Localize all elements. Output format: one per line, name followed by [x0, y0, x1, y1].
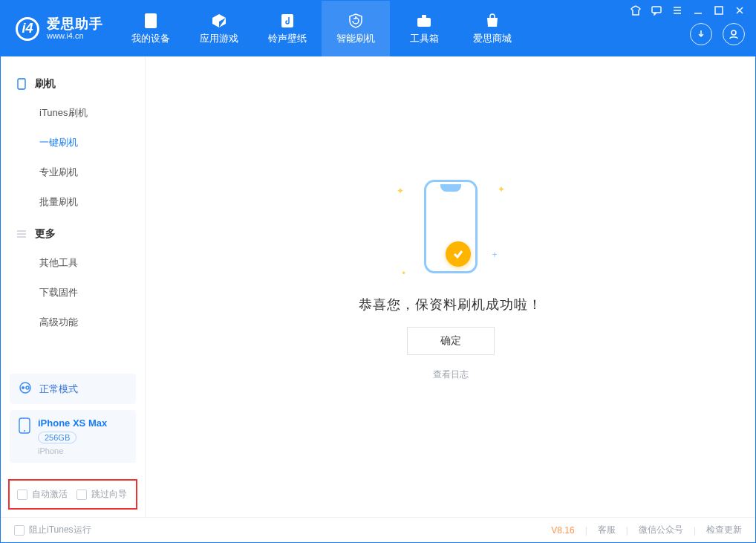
- toolbox-icon: [416, 13, 432, 29]
- view-log-link[interactable]: 查看日志: [433, 368, 469, 381]
- content-pane: ✦✦•+ 恭喜您，保资料刷机成功啦！ 确定 查看日志: [146, 56, 755, 517]
- user-icon[interactable]: [723, 23, 745, 45]
- maximize-icon[interactable]: [714, 5, 724, 16]
- tab-label: 应用游戏: [200, 33, 238, 45]
- tab-label: 爱思商城: [473, 33, 512, 45]
- tab-apps[interactable]: 应用游戏: [185, 1, 253, 56]
- window-controls: [620, 1, 755, 56]
- sidebar-item-firmware[interactable]: 下载固件: [1, 278, 145, 308]
- phone-outline-icon: [16, 78, 27, 90]
- main-area: 刷机 iTunes刷机 一键刷机 专业刷机 批量刷机 更多 其他工具 下载固件 …: [1, 56, 755, 517]
- shirt-icon[interactable]: [630, 5, 641, 16]
- svg-point-9: [22, 386, 25, 389]
- checkbox-skip-guide[interactable]: 跳过向导: [76, 488, 127, 501]
- sidebar-foot-options: 自动激活 跳过向导: [8, 479, 137, 510]
- menu-icon[interactable]: [672, 5, 682, 16]
- sidebar: 刷机 iTunes刷机 一键刷机 专业刷机 批量刷机 更多 其他工具 下载固件 …: [1, 56, 146, 517]
- support-link[interactable]: 客服: [598, 524, 616, 536]
- phone-icon: [143, 13, 159, 29]
- svg-rect-7: [18, 79, 25, 89]
- mode-card[interactable]: 正常模式: [10, 374, 136, 404]
- tab-flash[interactable]: 智能刷机: [322, 1, 390, 56]
- checkbox-label: 自动激活: [32, 488, 68, 501]
- download-icon[interactable]: [690, 23, 712, 45]
- titlebar: i4 爱思助手 www.i4.cn 我的设备 应用游戏 铃声壁纸 智能刷机 工具…: [1, 1, 755, 56]
- wechat-link[interactable]: 微信公众号: [639, 524, 683, 536]
- svg-rect-4: [652, 7, 661, 13]
- mode-label: 正常模式: [39, 383, 78, 396]
- mode-icon: [19, 381, 32, 397]
- tab-label: 我的设备: [131, 33, 170, 45]
- sidebar-group-more: 更多 其他工具 下载固件 高级功能: [1, 217, 145, 337]
- group-head-flash[interactable]: 刷机: [1, 70, 145, 98]
- check-update-link[interactable]: 检查更新: [706, 524, 742, 536]
- sidebar-item-oneclick[interactable]: 一键刷机: [1, 128, 145, 157]
- top-tabs: 我的设备 应用游戏 铃声壁纸 智能刷机 工具箱 爱思商城: [117, 1, 527, 56]
- refresh-shield-icon: [348, 13, 364, 29]
- device-capacity: 256GB: [38, 432, 76, 443]
- list-icon: [16, 228, 27, 240]
- checkbox-block-itunes[interactable]: 阻止iTunes运行: [14, 524, 91, 536]
- tab-toolbox[interactable]: 工具箱: [390, 1, 458, 56]
- svg-rect-3: [422, 15, 426, 18]
- logo-icon: i4: [16, 17, 39, 41]
- status-bar: 阻止iTunes运行 V8.16 | 客服 | 微信公众号 | 检查更新: [1, 517, 755, 542]
- brand-name: 爱思助手: [47, 17, 103, 32]
- device-name: iPhone XS Max: [38, 417, 107, 429]
- svg-rect-0: [145, 13, 157, 28]
- sidebar-item-other[interactable]: 其他工具: [1, 248, 145, 278]
- sidebar-item-pro[interactable]: 专业刷机: [1, 157, 145, 187]
- device-type: iPhone: [38, 446, 107, 455]
- checkbox-label: 跳过向导: [91, 488, 127, 501]
- success-message: 恭喜您，保资料刷机成功啦！: [359, 296, 542, 313]
- sidebar-item-itunes[interactable]: iTunes刷机: [1, 98, 145, 128]
- success-panel: ✦✦•+ 恭喜您，保资料刷机成功啦！ 确定 查看日志: [359, 171, 542, 381]
- message-icon[interactable]: [651, 5, 662, 16]
- minimize-icon[interactable]: [693, 5, 703, 16]
- device-card[interactable]: iPhone XS Max 256GB iPhone: [10, 410, 136, 463]
- svg-point-12: [24, 430, 25, 432]
- svg-point-6: [731, 30, 736, 35]
- group-title: 更多: [35, 227, 56, 241]
- checkmark-badge-icon: [446, 241, 471, 267]
- ok-button[interactable]: 确定: [407, 327, 495, 355]
- sidebar-item-advanced[interactable]: 高级功能: [1, 308, 145, 337]
- brand-domain: www.i4.cn: [47, 31, 103, 40]
- tab-label: 铃声壁纸: [268, 33, 307, 45]
- tab-label: 工具箱: [410, 33, 439, 45]
- checkbox-auto-activate[interactable]: 自动激活: [17, 488, 68, 501]
- sidebar-group-flash: 刷机 iTunes刷机 一键刷机 专业刷机 批量刷机: [1, 67, 145, 217]
- device-icon: [19, 417, 30, 436]
- tab-device[interactable]: 我的设备: [117, 1, 185, 56]
- svg-point-10: [26, 386, 29, 389]
- bag-icon: [484, 13, 501, 29]
- svg-rect-2: [417, 18, 431, 27]
- note-icon: [279, 13, 296, 29]
- cube-icon: [211, 13, 227, 29]
- close-icon[interactable]: [734, 5, 745, 16]
- checkbox-label: 阻止iTunes运行: [29, 524, 91, 536]
- version-label: V8.16: [551, 525, 574, 536]
- app-logo: i4 爱思助手 www.i4.cn: [1, 1, 117, 56]
- group-title: 刷机: [35, 77, 56, 91]
- sidebar-item-batch[interactable]: 批量刷机: [1, 187, 145, 217]
- tab-label: 智能刷机: [336, 33, 375, 45]
- tab-store[interactable]: 爱思商城: [458, 1, 527, 56]
- svg-rect-5: [715, 7, 723, 14]
- success-illustration: ✦✦•+: [395, 171, 506, 282]
- group-head-more[interactable]: 更多: [1, 220, 145, 248]
- tab-ring[interactable]: 铃声壁纸: [253, 1, 322, 56]
